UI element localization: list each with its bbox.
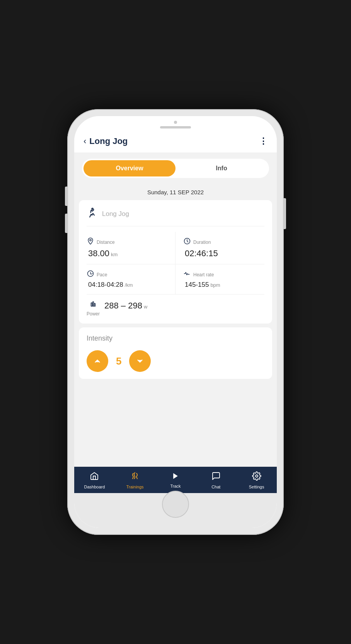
power-unit: w: [144, 304, 147, 310]
duration-value: 02:46:15: [185, 248, 218, 259]
nav-item-trainings[interactable]: Trainings: [123, 471, 147, 489]
pace-value: 04:18-04:28: [88, 281, 123, 289]
camera: [174, 121, 177, 124]
trainings-icon: [130, 471, 140, 483]
more-icon[interactable]: ⋮: [259, 136, 268, 146]
nav-item-track[interactable]: Track: [164, 472, 187, 488]
date-bar: Sunday, 11 SEP 2022: [74, 184, 277, 200]
duration-icon: [183, 237, 191, 247]
heart-rate-icon: [183, 270, 191, 279]
home-button[interactable]: [162, 491, 189, 518]
chat-icon: [211, 471, 221, 483]
stat-pace: Pace 04:18-04:28 /km: [87, 264, 176, 295]
stat-power: Power 288 – 298 w: [87, 295, 264, 317]
run-icon: [87, 207, 97, 221]
nav-item-settings[interactable]: Settings: [245, 471, 268, 489]
workout-title-row: Long Jog: [87, 207, 264, 226]
svg-rect-4: [91, 303, 92, 306]
stat-distance: Distance 38.00 km: [87, 232, 176, 264]
power-value: 288 – 298: [104, 301, 142, 311]
intensity-down-button[interactable]: [129, 350, 151, 372]
content-area: Long Jog: [74, 200, 277, 467]
nav-item-chat[interactable]: Chat: [204, 471, 228, 489]
svg-marker-7: [173, 473, 178, 479]
tab-info[interactable]: Info: [176, 160, 268, 176]
settings-icon: [252, 471, 261, 483]
bottom-nav: Dashboard Trainings: [74, 467, 277, 493]
tab-overview[interactable]: Overview: [83, 160, 176, 176]
distance-label: Distance: [97, 240, 115, 245]
intensity-card: Intensity 5: [79, 327, 272, 379]
nav-item-dashboard[interactable]: Dashboard: [83, 471, 106, 489]
pace-unit: /km: [125, 282, 133, 288]
stats-grid: Distance 38.00 km: [87, 232, 264, 295]
svg-rect-5: [93, 302, 94, 307]
intensity-controls: 5: [87, 350, 264, 372]
svg-point-0: [92, 208, 93, 210]
pace-label: Pace: [97, 272, 107, 277]
date-text: Sunday, 11 SEP 2022: [147, 189, 204, 195]
distance-value: 38.00: [88, 248, 109, 259]
header-left: ‹ Long Jog: [83, 136, 128, 146]
phone-bottom: [74, 493, 277, 528]
tab-pill: Overview Info: [82, 159, 269, 178]
workout-title: Long Jog: [102, 210, 129, 218]
chat-label: Chat: [211, 485, 220, 489]
distance-unit: km: [111, 252, 118, 257]
heart-rate-value: 145-155: [185, 281, 209, 289]
track-label: Track: [170, 484, 181, 488]
stat-duration: Duration 02:46:15: [176, 232, 264, 264]
distance-icon: [87, 237, 94, 247]
notch-area: [74, 116, 277, 128]
duration-label: Duration: [193, 240, 211, 245]
tab-switcher: Overview Info: [74, 152, 277, 184]
track-icon: [172, 472, 179, 482]
intensity-label: Intensity: [87, 334, 264, 343]
power-label: Power: [87, 311, 100, 317]
svg-point-8: [256, 475, 258, 477]
heart-rate-label: Heart rate: [193, 272, 214, 277]
workout-card: Long Jog: [79, 200, 272, 324]
pace-icon: [87, 270, 94, 279]
svg-point-1: [90, 239, 91, 241]
intensity-up-button[interactable]: [87, 350, 108, 372]
page-title: Long Jog: [89, 136, 128, 146]
settings-label: Settings: [249, 485, 264, 489]
power-icon: [89, 300, 97, 310]
app-screen: ‹ Long Jog ⋮ Overview Info Sunday, 11 SE…: [74, 128, 277, 493]
dashboard-icon: [90, 471, 99, 483]
power-value-row: 288 – 298 w: [104, 300, 147, 311]
heart-rate-unit: bpm: [210, 282, 220, 288]
stat-heart-rate: Heart rate 145-155 bpm: [176, 264, 264, 295]
intensity-value: 5: [116, 355, 121, 367]
trainings-label: Trainings: [126, 485, 144, 489]
dashboard-label: Dashboard: [84, 485, 105, 489]
back-button[interactable]: ‹: [83, 136, 86, 146]
header: ‹ Long Jog ⋮: [74, 128, 277, 152]
svg-rect-6: [94, 303, 95, 306]
